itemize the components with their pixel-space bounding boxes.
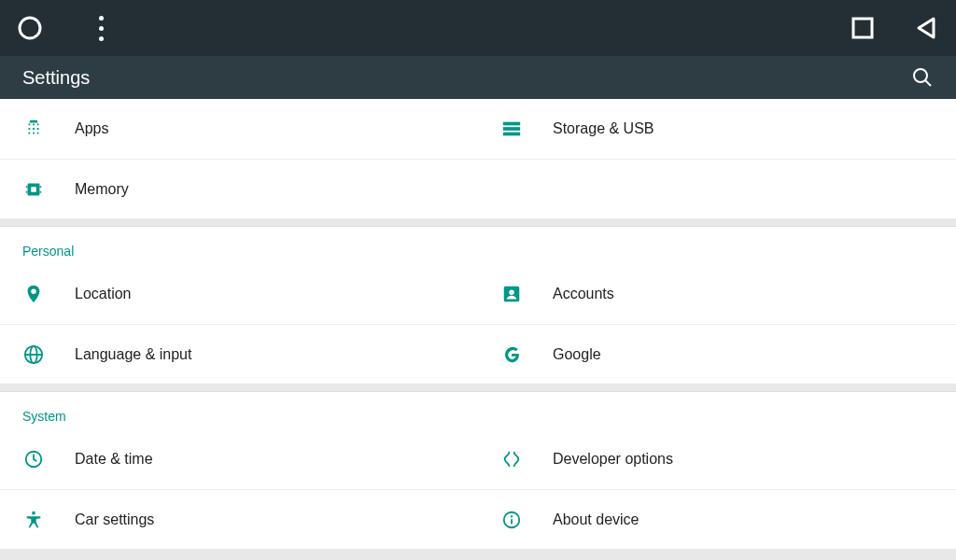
clock-icon (22, 448, 45, 470)
storage-icon (500, 118, 523, 140)
settings-item-label: Accounts (553, 286, 614, 302)
settings-item-apps[interactable]: Apps (0, 99, 478, 159)
settings-item-label: Date & time (75, 451, 153, 468)
svg-rect-5 (503, 127, 520, 131)
system-navbar (0, 0, 956, 56)
settings-item-label: Language & input (75, 346, 191, 363)
settings-item-label: Memory (75, 181, 129, 198)
settings-item-label: Storage & USB (553, 120, 654, 137)
settings-item-about[interactable]: About device (478, 489, 956, 549)
developer-icon (500, 448, 523, 470)
svg-point-2 (914, 69, 927, 82)
svg-rect-8 (31, 187, 36, 192)
language-icon (22, 343, 45, 366)
page-title: Settings (22, 67, 90, 89)
svg-rect-1 (853, 19, 872, 37)
accessibility-icon (22, 509, 45, 531)
settings-item-label: Google (553, 346, 601, 363)
svg-line-3 (925, 80, 931, 86)
settings-item-developer[interactable]: Developer options (478, 429, 956, 489)
section-header-personal: Personal (0, 227, 956, 264)
settings-item-storage[interactable]: Storage & USB (478, 99, 956, 159)
svg-point-14 (509, 289, 514, 295)
settings-item-google[interactable]: Google (478, 324, 956, 384)
info-icon (500, 509, 523, 531)
section-device: Apps Storage & USB Memory (0, 99, 956, 218)
app-bar: Settings (0, 56, 956, 99)
settings-item-language[interactable]: Language & input (0, 324, 478, 384)
section-header-system: System (0, 392, 956, 429)
svg-point-0 (20, 18, 40, 38)
svg-rect-6 (503, 133, 520, 136)
svg-rect-22 (511, 519, 513, 525)
memory-icon (22, 178, 45, 201)
settings-item-label: About device (553, 511, 640, 528)
settings-item-label: Developer options (553, 451, 673, 468)
circle-icon[interactable] (17, 15, 43, 41)
settings-item-car[interactable]: Car settings (0, 489, 478, 549)
svg-point-19 (32, 511, 35, 514)
settings-content: Apps Storage & USB Memory Personal (0, 99, 956, 560)
settings-item-memory[interactable]: Memory (0, 159, 478, 218)
accounts-icon (500, 283, 523, 305)
settings-item-location[interactable]: Location (0, 264, 478, 324)
settings-item-accounts[interactable]: Accounts (478, 264, 956, 324)
settings-item-label: Location (75, 286, 132, 302)
recent-apps-icon[interactable] (850, 15, 876, 41)
settings-item-label: Apps (75, 120, 108, 137)
search-icon[interactable] (911, 66, 934, 89)
location-icon (22, 283, 45, 305)
section-system: System Date & time Developer options Car… (0, 391, 956, 549)
section-personal: Personal Location Accounts Language & in… (0, 226, 956, 384)
settings-item-label: Car settings (75, 511, 154, 528)
settings-item-datetime[interactable]: Date & time (0, 429, 478, 489)
apps-icon (22, 118, 45, 140)
google-icon (500, 343, 523, 366)
overflow-menu-icon[interactable] (88, 15, 114, 41)
svg-point-21 (511, 515, 513, 517)
back-icon[interactable] (913, 15, 939, 41)
svg-rect-4 (503, 122, 520, 126)
